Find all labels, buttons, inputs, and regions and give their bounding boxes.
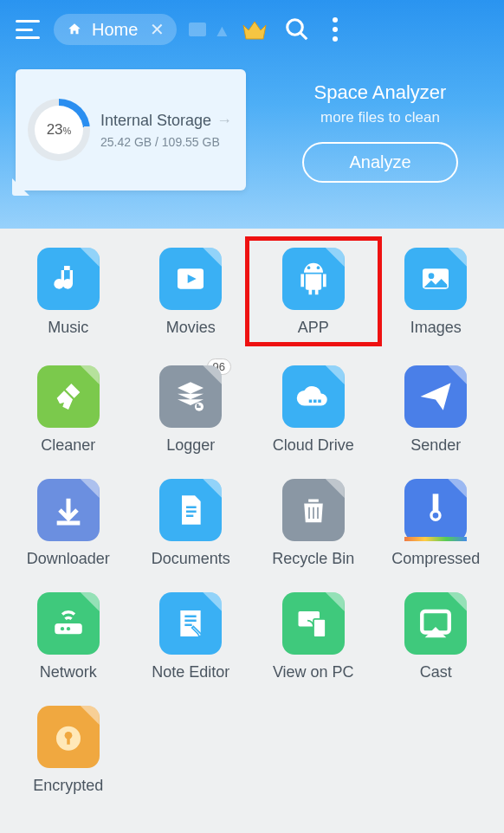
close-tab-icon[interactable]: ✕	[150, 19, 165, 40]
analyze-button[interactable]: Analyze	[302, 142, 457, 183]
header: Home ✕ 23% Internal Storage→ 25.42 GB / …	[0, 0, 504, 229]
category-grid: MusicMoviesAPPImagesCleaner96LoggerCloud…	[0, 229, 504, 814]
tile-documents[interactable]: Documents	[132, 479, 251, 568]
svg-line-1	[300, 33, 307, 40]
tile-app[interactable]: APP	[245, 236, 382, 346]
tile-label: Encrypted	[33, 777, 103, 795]
tile-recyclebin[interactable]: Recycle Bin	[254, 479, 373, 568]
tile-label: Cleaner	[41, 436, 95, 455]
tile-noteeditor[interactable]: Note Editor	[132, 592, 251, 681]
tile-label: View on PC	[273, 663, 354, 681]
svg-rect-9	[313, 400, 317, 404]
storage-card[interactable]: 23% Internal Storage→ 25.42 GB / 109.55 …	[16, 69, 246, 190]
svg-point-0	[288, 20, 303, 36]
topbar: Home ✕	[10, 7, 494, 52]
android-icon	[282, 248, 345, 310]
tile-label: Music	[48, 319, 88, 337]
tile-label: Logger	[166, 436, 215, 455]
tile-viewonpc[interactable]: View on PC	[254, 592, 373, 681]
storage-percent-unit: %	[63, 126, 72, 136]
tile-music[interactable]: Music	[9, 248, 128, 341]
svg-rect-11	[433, 494, 439, 511]
tile-encrypted[interactable]: Encrypted	[9, 706, 128, 795]
storage-title: Internal Storage	[100, 112, 211, 130]
svg-point-3	[307, 266, 310, 269]
svg-point-4	[316, 266, 320, 269]
tile-movies[interactable]: Movies	[132, 248, 251, 341]
search-icon[interactable]	[284, 16, 310, 42]
tile-label: Downloader	[27, 550, 110, 568]
tile-sender[interactable]: Sender	[377, 365, 496, 455]
trash-icon	[282, 479, 345, 541]
crown-icon[interactable]	[241, 18, 268, 41]
image-icon	[404, 248, 467, 310]
tile-label: Images	[410, 319, 462, 337]
tile-clouddrive[interactable]: Cloud Drive	[254, 365, 373, 455]
tile-label: Note Editor	[152, 663, 229, 681]
svg-rect-17	[313, 619, 326, 637]
tile-cast[interactable]: Cast	[377, 592, 496, 681]
stack-icon	[159, 365, 222, 428]
svg-point-14	[61, 627, 64, 630]
header-body: 23% Internal Storage→ 25.42 GB / 109.55 …	[10, 69, 494, 190]
music-icon	[37, 248, 100, 310]
send-icon	[404, 365, 467, 428]
tile-cleaner[interactable]: Cleaner	[9, 365, 128, 455]
storage-used: 25.42 GB	[100, 135, 152, 149]
window-icons[interactable]	[189, 23, 230, 36]
analyzer-panel: Space Analyzer more files to clean Analy…	[272, 69, 488, 190]
home-icon	[66, 22, 83, 37]
doc-icon	[159, 479, 222, 541]
storage-total: 109.55 GB	[162, 135, 220, 149]
tile-label: Cloud Drive	[273, 436, 354, 455]
tile-downloader[interactable]: Downloader	[9, 479, 128, 568]
svg-point-12	[431, 511, 440, 520]
tile-logger[interactable]: 96Logger	[132, 365, 251, 455]
menu-icon[interactable]	[16, 20, 40, 39]
tile-network[interactable]: Network	[9, 592, 128, 681]
note-icon	[159, 592, 222, 655]
tile-label: Network	[40, 663, 97, 681]
svg-rect-10	[318, 400, 321, 404]
storage-ring: 23%	[28, 99, 90, 161]
more-icon[interactable]	[333, 17, 338, 42]
home-tab[interactable]: Home ✕	[54, 14, 177, 45]
tile-label: Movies	[166, 319, 216, 337]
analyzer-title: Space Analyzer	[314, 81, 447, 104]
broom-icon	[37, 365, 100, 428]
analyzer-subtitle: more files to clean	[320, 109, 440, 126]
tile-label: Cast	[420, 663, 452, 681]
tile-label: Compressed	[391, 550, 480, 568]
router-icon	[37, 592, 100, 655]
storage-percent: 23	[47, 121, 63, 138]
cast-icon	[404, 592, 467, 655]
play-icon	[159, 248, 222, 310]
tile-label: Documents	[152, 550, 230, 568]
tile-images[interactable]: Images	[377, 248, 496, 341]
download-icon	[37, 479, 100, 541]
svg-rect-21	[67, 737, 70, 745]
tile-compressed[interactable]: Compressed	[377, 479, 496, 568]
tile-label: Sender	[410, 436, 461, 455]
zip-icon	[404, 479, 467, 541]
tab-label: Home	[92, 20, 138, 40]
svg-point-6	[429, 273, 435, 279]
chevron-right-icon: →	[216, 112, 232, 130]
svg-rect-8	[309, 400, 313, 404]
svg-point-15	[67, 627, 70, 630]
tile-label: APP	[298, 319, 329, 337]
storage-info: Internal Storage→ 25.42 GB / 109.55 GB	[100, 112, 232, 149]
lock-icon	[37, 706, 100, 768]
cloud-icon	[282, 365, 345, 428]
tile-label: Recycle Bin	[272, 550, 354, 568]
pc-icon	[282, 592, 345, 655]
